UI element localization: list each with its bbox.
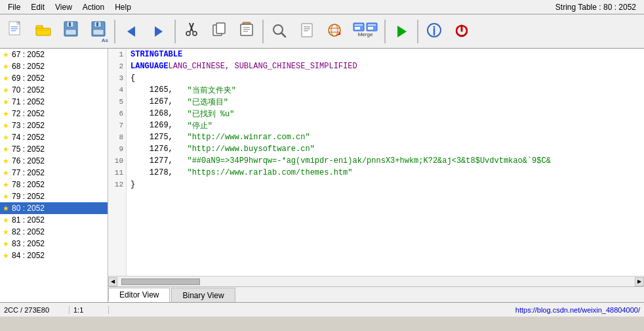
keyword: STRINGTABLE [131,50,182,59]
toolbar-run-button[interactable] [388,17,414,46]
status-cursor: 1:1 [70,306,109,314]
toolbar-forward-button[interactable] [146,17,172,46]
line-number-9: 9 [108,143,126,155]
toolbar-save-button[interactable] [58,17,84,46]
svg-point-21 [186,32,190,35]
line-number-7: 7 [108,120,126,131]
code-line-4: 1265, "当前文件夹" [127,84,644,96]
sidebar-item-79[interactable]: ★79 : 2052 [0,190,108,202]
menu-view[interactable]: View [50,1,77,13]
toolbar-dialog-merge-button[interactable]: Merge [349,17,382,46]
svg-rect-15 [93,30,104,35]
svg-point-50 [433,26,435,28]
code-area[interactable]: STRINGTABLELANGUAGE LANG_CHINESE, SUBLAN… [127,49,644,276]
scroll-left-arrow[interactable]: ◀ [108,277,117,286]
scroll-track[interactable] [119,278,634,285]
sidebar-item-67[interactable]: ★67 : 2052 [0,49,108,60]
sidebar-item-81[interactable]: ★81 : 2052 [0,214,108,226]
sidebar-item-68[interactable]: ★68 : 2052 [0,60,108,72]
svg-rect-3 [11,26,18,28]
toolbar-saveas-button[interactable]: As [85,17,111,46]
status-url: https://blog.csdn.net/weixin_48804000/ [109,306,640,314]
menu-file[interactable]: File [3,1,26,13]
sidebar-item-label: 71 : 2052 [12,97,45,106]
sidebar-item-74[interactable]: ★74 : 2052 [0,131,108,143]
star-icon: ★ [3,51,9,59]
toolbar-resource2-button[interactable] [321,17,348,46]
horizontal-scrollbar[interactable]: ◀ ▶ [108,276,644,286]
new-document-icon [7,20,25,43]
star-icon: ★ [3,240,9,248]
star-icon: ★ [3,252,9,260]
power-icon [453,20,471,43]
svg-rect-24 [216,23,225,33]
tab-editor-view[interactable]: Editor View [108,288,170,302]
toolbar-power-button[interactable] [449,17,475,46]
sidebar-item-84[interactable]: ★84 : 2052 [0,250,108,261]
sidebar-item-label: 68 : 2052 [12,62,45,71]
toolbar-open-button[interactable] [30,17,56,46]
toolbar-back-button[interactable] [118,17,144,46]
toolbar-find-button[interactable] [266,17,292,46]
sidebar-item-label: 79 : 2052 [12,192,45,201]
info-icon [425,20,443,43]
line-number-4: 4 [108,84,126,96]
svg-marker-17 [127,26,135,37]
sidebar-item-77[interactable]: ★77 : 2052 [0,167,108,179]
sidebar-item-80[interactable]: ★80 : 2052 [0,202,108,214]
code-line-1: STRINGTABLE [127,49,644,60]
svg-marker-48 [397,26,407,37]
code-line-11: 1278, "https://www.rarlab.com/themes.htm… [127,167,644,179]
toolbar: As [0,14,644,49]
sidebar-item-83[interactable]: ★83 : 2052 [0,238,108,250]
toolbar-paste-button[interactable] [233,17,260,46]
toolbar-info-button[interactable] [421,17,447,46]
menu-edit[interactable]: Edit [26,1,50,13]
code-line-3: { [127,72,644,84]
sidebar: ★67 : 2052★68 : 2052★69 : 2052★70 : 2052… [0,49,108,302]
star-icon: ★ [3,204,9,213]
svg-rect-27 [243,27,250,28]
svg-rect-12 [69,22,71,26]
scroll-right-arrow[interactable]: ▶ [635,277,644,286]
sidebar-item-78[interactable]: ★78 : 2052 [0,179,108,190]
brace-char: { [131,74,135,83]
svg-rect-29 [243,31,248,32]
tab-binary-view[interactable]: Binary View [171,288,235,302]
sidebar-item-76[interactable]: ★76 : 2052 [0,155,108,167]
string-id: 1278, [150,168,173,177]
menu-action[interactable]: Action [77,1,110,13]
line-number-12: 12 [108,179,126,190]
sidebar-item-69[interactable]: ★69 : 2052 [0,72,108,84]
sidebar-item-72[interactable]: ★72 : 2052 [0,108,108,120]
line-number-5: 5 [108,96,126,108]
sidebar-item-label: 67 : 2052 [12,50,45,59]
menu-help[interactable]: Help [110,1,136,13]
cut-icon [182,20,201,43]
sidebar-item-70[interactable]: ★70 : 2052 [0,84,108,96]
toolbar-cut-button[interactable] [178,17,205,46]
line-number-3: 3 [108,72,126,84]
sidebar-item-75[interactable]: ★75 : 2052 [0,143,108,155]
string-id: 1275, [150,133,173,142]
sidebar-item-label: 82 : 2052 [12,227,45,236]
string-value: "停止" [187,120,212,131]
sidebar-item-label: 78 : 2052 [12,180,45,189]
sidebar-item-label: 70 : 2052 [12,85,45,95]
paste-icon [237,20,256,43]
scroll-thumb[interactable] [121,278,200,285]
sidebar-item-71[interactable]: ★71 : 2052 [0,96,108,108]
toolbar-copy-button[interactable] [206,17,232,46]
find-icon [270,20,289,43]
sidebar-item-73[interactable]: ★73 : 2052 [0,120,108,131]
toolbar-new-button[interactable] [3,17,29,46]
svg-rect-35 [304,30,308,32]
sidebar-item-82[interactable]: ★82 : 2052 [0,226,108,238]
star-icon: ★ [3,216,9,225]
toolbar-resource1-button[interactable] [294,17,320,46]
sidebar-item-label: 73 : 2052 [12,121,45,130]
svg-rect-45 [368,24,376,26]
string-value: "https://www.rarlab.com/themes.htm" [187,168,352,177]
toolbar-sep-3 [262,20,264,43]
line-number-2: 2 [108,60,126,72]
